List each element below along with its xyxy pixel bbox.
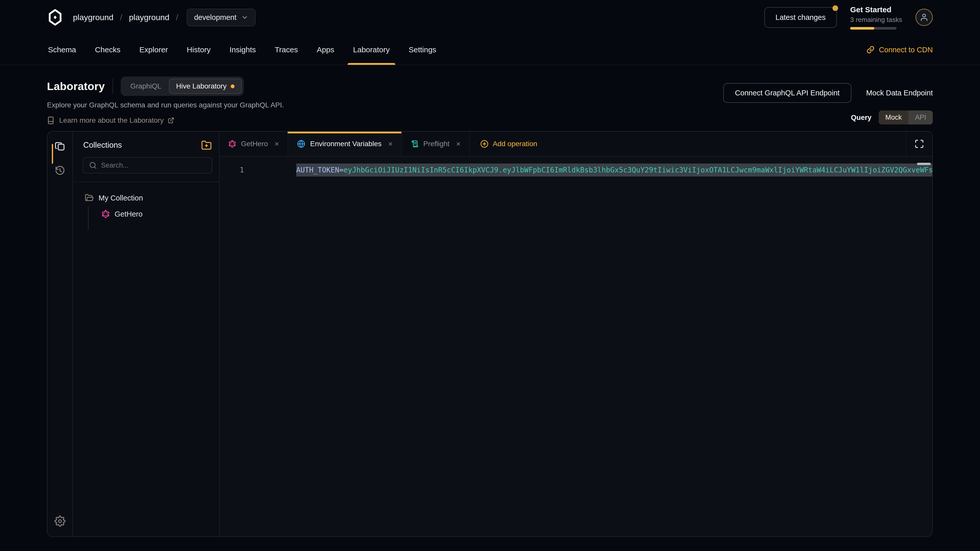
editor-tabbar: GetHero × Environment Variables × Prefli…	[220, 132, 932, 157]
graphql-icon	[101, 210, 110, 218]
target-selector[interactable]: development	[187, 9, 255, 26]
collections-sidebar: Collections My	[73, 132, 220, 537]
breadcrumb-project[interactable]: playground	[129, 13, 169, 22]
close-icon[interactable]: ×	[275, 140, 279, 148]
operation-name: GetHero	[115, 210, 143, 218]
breadcrumb-separator: /	[176, 13, 178, 22]
mock-data-endpoint-button[interactable]: Mock Data Endpoint	[866, 89, 933, 97]
collections-tree: My Collection GetHero	[73, 182, 219, 221]
top-header: playground / playground / development La…	[0, 0, 980, 35]
notification-dot	[832, 5, 838, 11]
add-operation-label: Add operation	[493, 140, 537, 148]
editor-tab-environment-variables[interactable]: Environment Variables ×	[288, 132, 402, 156]
search-input[interactable]	[101, 162, 206, 169]
search-icon	[89, 161, 97, 169]
connect-to-cdn-label: Connect to CDN	[879, 46, 933, 54]
nav-tab-traces[interactable]: Traces	[274, 35, 299, 65]
get-started-progressbar	[850, 27, 897, 30]
get-started-subtitle: 3 remaining tasks	[850, 16, 902, 24]
breadcrumb-separator: /	[120, 13, 122, 22]
link-icon	[866, 45, 875, 54]
nav-tab-apps[interactable]: Apps	[316, 35, 335, 65]
editor-pane: GetHero × Environment Variables × Prefli…	[220, 132, 932, 537]
plus-circle-icon	[480, 140, 489, 148]
mode-option-hive-laboratory[interactable]: Hive Laboratory	[169, 79, 242, 94]
get-started-progress-fill	[850, 27, 874, 30]
target-selector-value: development	[194, 13, 236, 22]
add-operation-button[interactable]: Add operation	[470, 132, 547, 156]
nav-tab-history[interactable]: History	[186, 35, 212, 65]
learn-more-label: Learn more about the Laboratory	[59, 116, 164, 124]
line-number: 1	[220, 166, 253, 174]
book-icon	[47, 116, 55, 124]
tab-label: GetHero	[241, 140, 268, 148]
divider	[113, 79, 113, 94]
connect-graphql-endpoint-button[interactable]: Connect GraphQL API Endpoint	[723, 83, 851, 103]
icon-rail	[48, 132, 73, 537]
rail-active-indicator	[52, 144, 53, 164]
selected-code-text: AUTH_TOKEN=eyJhbGciOiJIUzI1NiIsInR5cCI6I…	[296, 164, 932, 176]
laboratory-hero: Laboratory GraphiQL Hive Laboratory Expl…	[0, 65, 980, 131]
get-started-widget[interactable]: Get Started 3 remaining tasks	[850, 5, 902, 30]
learn-more-link[interactable]: Learn more about the Laboratory	[47, 116, 174, 124]
new-feature-dot	[231, 84, 234, 88]
editor-tab-preflight[interactable]: Preflight ×	[402, 132, 470, 156]
close-icon[interactable]: ×	[388, 140, 393, 148]
page-title: Laboratory	[47, 80, 105, 93]
rail-settings-button[interactable]	[52, 513, 68, 529]
fullscreen-icon	[915, 139, 924, 149]
rail-history-button[interactable]	[52, 162, 68, 179]
close-icon[interactable]: ×	[456, 140, 461, 148]
tabbar-spacer	[547, 132, 906, 156]
editor-tab-gethero[interactable]: GetHero ×	[220, 132, 288, 156]
laboratory-panel: Collections My	[47, 131, 933, 537]
avatar[interactable]	[915, 9, 933, 26]
query-mode-switch: Query Mock API	[851, 110, 933, 124]
mode-option-graphiql[interactable]: GraphiQL	[123, 79, 169, 94]
nav-tab-checks[interactable]: Checks	[94, 35, 121, 65]
latest-changes-button[interactable]: Latest changes	[764, 7, 837, 28]
header-right-cluster: Latest changes Get Started 3 remaining t…	[764, 5, 933, 30]
external-link-icon	[168, 117, 174, 124]
collections-search[interactable]	[83, 157, 212, 173]
folder-open-icon	[85, 193, 94, 203]
collections-title: Collections	[83, 141, 122, 150]
gear-icon	[54, 516, 65, 527]
environment-variables-editor[interactable]: 1 AUTH_TOKEN=eyJhbGciOiJIUzI1NiIsInR5cCI…	[220, 157, 932, 537]
query-mode-mock[interactable]: Mock	[879, 110, 908, 124]
graphql-icon	[228, 140, 236, 148]
collection-name: My Collection	[99, 194, 143, 202]
chevron-down-icon	[241, 14, 248, 21]
hero-actions: Connect GraphQL API Endpoint Mock Data E…	[723, 83, 933, 124]
get-started-title: Get Started	[850, 5, 902, 14]
folder-plus-icon	[201, 140, 212, 151]
nav-tab-explorer[interactable]: Explorer	[138, 35, 169, 65]
primary-nav: Schema Checks Explorer History Insights …	[0, 35, 980, 65]
query-label: Query	[851, 114, 872, 122]
latest-changes-label: Latest changes	[776, 13, 826, 21]
hive-logo-icon[interactable]	[47, 9, 63, 25]
nav-tab-settings[interactable]: Settings	[407, 35, 437, 65]
nav-tab-schema[interactable]: Schema	[47, 35, 77, 65]
user-icon	[920, 13, 928, 22]
tab-label: Environment Variables	[310, 140, 382, 148]
fullscreen-button[interactable]	[906, 132, 932, 156]
code-line: 1 AUTH_TOKEN=eyJhbGciOiJIUzI1NiIsInR5cCI…	[220, 163, 932, 177]
nav-tab-insights[interactable]: Insights	[228, 35, 257, 65]
new-collection-button[interactable]	[201, 140, 212, 151]
breadcrumb: playground / playground /	[73, 13, 178, 22]
nav-tab-laboratory[interactable]: Laboratory	[352, 35, 391, 65]
connect-to-cdn-link[interactable]: Connect to CDN	[866, 35, 933, 65]
query-mode-api[interactable]: API	[908, 110, 933, 124]
script-icon	[410, 140, 419, 148]
history-icon	[55, 165, 65, 176]
rail-collections-button[interactable]	[52, 138, 68, 155]
collection-folder-row[interactable]: My Collection	[85, 193, 214, 203]
collections-icon	[55, 141, 65, 152]
editor-scrollbar-thumb[interactable]	[917, 163, 931, 165]
breadcrumb-org[interactable]: playground	[73, 13, 113, 22]
mode-option-label: Hive Laboratory	[176, 82, 227, 90]
globe-icon	[297, 140, 305, 148]
ide-mode-toggle: GraphiQL Hive Laboratory	[121, 76, 244, 96]
operation-row-gethero[interactable]: GetHero	[101, 206, 214, 221]
